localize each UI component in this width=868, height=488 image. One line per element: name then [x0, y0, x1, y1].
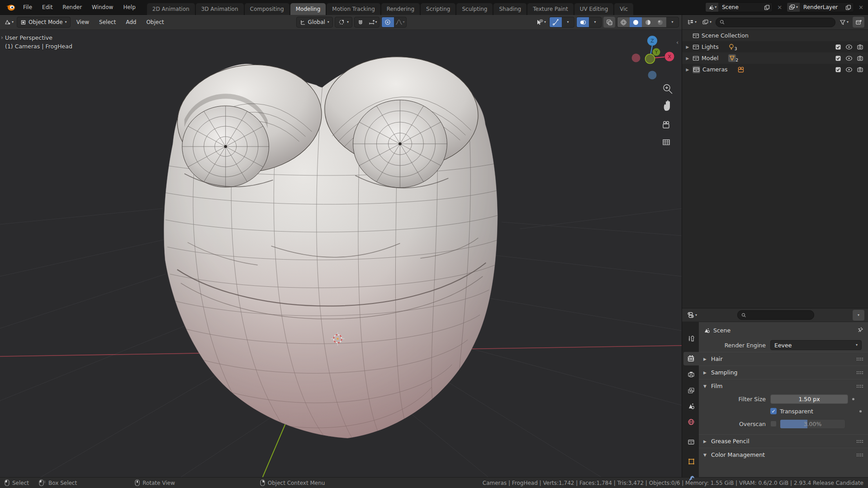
toolbar-expand-arrow[interactable]: › — [1, 34, 3, 41]
panel-drag-grip[interactable] — [856, 384, 863, 388]
gizmo-y-neg-axis[interactable] — [645, 54, 655, 64]
tab-compositing[interactable]: Compositing — [245, 3, 289, 15]
show-overlays-toggle[interactable] — [577, 17, 589, 28]
outliner-search[interactable] — [716, 18, 835, 27]
viewport-canvas[interactable]: Z Y X — [0, 30, 682, 477]
shading-settings-dropdown[interactable]: ▾ — [666, 17, 678, 28]
panel-sampling[interactable]: ▶ Sampling — [699, 365, 868, 379]
pivot-point-dropdown[interactable]: ▾ — [335, 17, 352, 28]
show-gizmo-toggle[interactable] — [550, 17, 562, 28]
region-collapse-arrow[interactable]: ‹ — [676, 39, 678, 46]
outliner-row-lights[interactable]: ▶ Lights 3 — [682, 41, 868, 52]
selectable-checkbox-icon[interactable] — [835, 55, 841, 62]
tab-modeling[interactable]: Modeling — [290, 3, 326, 15]
menu-window[interactable]: Window — [87, 0, 118, 15]
transform-orientation-dropdown[interactable]: Global ▾ — [296, 17, 333, 28]
tab-modifier-properties[interactable] — [683, 471, 699, 485]
snap-toggle-button[interactable] — [355, 17, 367, 28]
panel-color-management[interactable]: ▼ Color Management — [699, 448, 868, 461]
render-layer-name[interactable]: RenderLayer — [800, 4, 843, 10]
outliner-search-input[interactable] — [727, 19, 831, 25]
properties-search-input[interactable] — [749, 312, 810, 318]
selectable-checkbox-icon[interactable] — [835, 44, 841, 50]
tab-texture-paint[interactable]: Texture Paint — [527, 3, 573, 15]
new-collection-button[interactable] — [853, 17, 864, 28]
scene-browse-button[interactable]: ▾ — [706, 3, 718, 12]
proportional-falloff-dropdown[interactable]: ▾ — [394, 17, 406, 28]
tab-uv-editing[interactable]: UV Editing — [574, 3, 614, 15]
scene-name[interactable]: Scene — [718, 4, 762, 10]
properties-options-dropdown[interactable]: ▾ — [853, 310, 864, 321]
menu-select[interactable]: Select — [95, 17, 120, 28]
tab-output-properties[interactable] — [683, 368, 699, 381]
scene-unlink-button[interactable]: ✕ — [775, 4, 784, 11]
tab-view-layer-properties[interactable] — [683, 384, 699, 398]
mode-dropdown[interactable]: Object Mode ▾ — [17, 17, 71, 28]
menu-add[interactable]: Add — [122, 17, 140, 28]
properties-editor-type-button[interactable]: ▾ — [686, 310, 698, 321]
panel-drag-grip[interactable] — [856, 453, 863, 457]
outliner-row-cameras[interactable]: ▶ Cameras — [682, 64, 868, 75]
render-engine-dropdown[interactable]: Eevee ▾ — [770, 340, 862, 350]
outliner-editor-type-button[interactable]: ▾ — [686, 17, 698, 28]
gizmo-settings-dropdown[interactable]: ▾ — [562, 17, 574, 28]
panel-grease-pencil[interactable]: ▶ Grease Pencil — [699, 434, 868, 448]
proportional-edit-toggle[interactable] — [382, 17, 394, 28]
tab-sculpting[interactable]: Sculpting — [456, 3, 493, 15]
tab-collection-properties[interactable] — [683, 435, 699, 449]
render-visibility-camera-icon[interactable] — [857, 55, 863, 61]
blender-logo-icon[interactable] — [5, 2, 16, 12]
render-layer-new-button[interactable] — [843, 5, 854, 10]
render-visibility-camera-icon[interactable] — [857, 44, 863, 50]
hide-eye-icon[interactable] — [845, 44, 853, 50]
tab-shading[interactable]: Shading — [493, 3, 526, 15]
menu-object[interactable]: Object — [142, 17, 168, 28]
menu-edit[interactable]: Edit — [37, 0, 57, 15]
render-layer-browse-button[interactable]: ▾ — [787, 3, 800, 12]
tab-world-properties[interactable] — [683, 415, 699, 429]
snap-settings-dropdown[interactable]: ▾ — [367, 17, 379, 28]
hide-eye-icon[interactable] — [845, 67, 853, 72]
render-layer-remove-button[interactable]: ✕ — [857, 4, 865, 11]
overscan-slider[interactable]: 3.00% — [780, 419, 845, 429]
shading-solid-button[interactable] — [630, 17, 642, 28]
outliner-row-scene-collection[interactable]: Scene Collection — [682, 30, 868, 41]
filter-size-slider[interactable]: 1.50 px — [770, 394, 848, 404]
tab-video-editing-truncated[interactable]: Vic — [614, 3, 633, 15]
outliner-display-mode-dropdown[interactable]: ▾ — [701, 17, 713, 28]
pin-icon[interactable] — [857, 327, 863, 334]
overscan-checkbox[interactable] — [770, 421, 777, 427]
animate-dot[interactable] — [852, 398, 854, 400]
panel-drag-grip[interactable] — [856, 440, 863, 443]
overlays-settings-dropdown[interactable]: ▾ — [589, 17, 601, 28]
shading-material-button[interactable] — [642, 17, 654, 28]
shading-wireframe-button[interactable] — [617, 17, 630, 28]
panel-hair[interactable]: ▶ Hair — [699, 352, 868, 365]
menu-file[interactable]: File — [18, 0, 37, 15]
shading-rendered-button[interactable] — [654, 17, 666, 28]
tab-2d-animation[interactable]: 2D Animation — [147, 3, 195, 15]
tab-object-properties[interactable] — [683, 455, 699, 468]
menu-help[interactable]: Help — [118, 0, 140, 15]
tab-render-properties[interactable] — [683, 352, 699, 365]
tab-scene-properties[interactable] — [683, 399, 699, 413]
outliner-filter-dropdown[interactable]: ▾ — [838, 17, 850, 28]
properties-search[interactable] — [737, 310, 814, 320]
gizmo-x-neg-axis[interactable] — [632, 54, 640, 62]
menu-render[interactable]: Render — [57, 0, 87, 15]
gizmo-z-neg-axis[interactable] — [648, 71, 657, 80]
tab-motion-tracking[interactable]: Motion Tracking — [327, 3, 380, 15]
tab-scripting[interactable]: Scripting — [421, 3, 455, 15]
selectable-checkbox-icon[interactable] — [835, 66, 841, 73]
menu-view[interactable]: View — [72, 17, 93, 28]
tab-rendering[interactable]: Rendering — [381, 3, 420, 15]
show-object-types-dropdown[interactable]: ▾ — [535, 17, 547, 28]
panel-film[interactable]: ▼ Film — [699, 379, 868, 393]
animate-dot[interactable] — [859, 410, 862, 412]
outliner-row-model[interactable]: ▶ Model 2 — [682, 52, 868, 64]
tab-tool-properties[interactable] — [683, 332, 699, 346]
tab-3d-animation[interactable]: 3D Animation — [196, 3, 244, 15]
transparent-checkbox[interactable]: ✓ — [770, 408, 777, 414]
render-visibility-camera-icon[interactable] — [857, 66, 863, 72]
toggle-xray-button[interactable] — [603, 17, 615, 28]
